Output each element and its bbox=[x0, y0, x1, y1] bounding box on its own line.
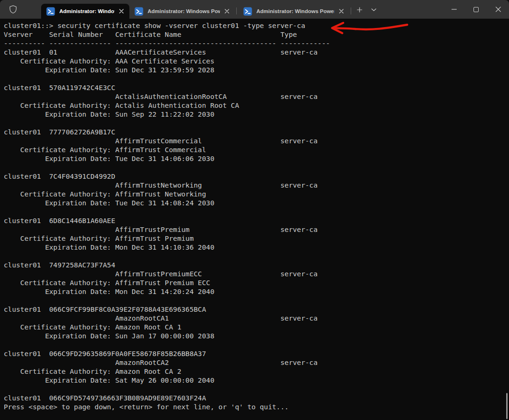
terminal-line: Expiration Date: Sun Jan 17 00:00:00 203… bbox=[4, 331, 509, 340]
window-controls bbox=[443, 0, 509, 19]
powershell-icon bbox=[46, 7, 55, 16]
tab-close-icon[interactable] bbox=[337, 7, 346, 15]
terminal-viewport[interactable]: cluster01::> security certificate show -… bbox=[0, 19, 509, 420]
terminal-line: Expiration Date: Mon Dec 31 14:10:36 204… bbox=[4, 243, 509, 252]
tab-powershell-3[interactable]: Administrator: Windows PowerShell bbox=[238, 4, 349, 19]
terminal-line: ActalisAuthenticationRootCA server-ca bbox=[4, 92, 509, 101]
terminal-line: AffirmTrustNetworking server-ca bbox=[4, 181, 509, 189]
terminal-line bbox=[4, 385, 509, 393]
titlebar[interactable]: Administrator: Windows PowerShell Admini… bbox=[0, 0, 509, 19]
terminal-line bbox=[4, 119, 509, 127]
terminal-line: Expiration Date: Mon Dec 31 14:20:24 204… bbox=[4, 287, 509, 296]
terminal-line: cluster01 01 AAACertificateServices serv… bbox=[4, 48, 509, 56]
tab-title: Administrator: Windows PowerShell bbox=[256, 8, 334, 14]
terminal-line: cluster01 7777062726A9B17C bbox=[4, 127, 509, 136]
chevron-down-icon bbox=[371, 8, 376, 11]
terminal-line: cluster01::> security certificate show -… bbox=[4, 21, 509, 30]
terminal-line: AmazonRootCA1 server-ca bbox=[4, 314, 509, 322]
plus-icon bbox=[357, 7, 362, 13]
terminal-line: Certificate Authority: AffirmTrust Premi… bbox=[4, 234, 509, 243]
tab-close-icon[interactable] bbox=[117, 7, 126, 15]
terminal-line bbox=[4, 74, 509, 83]
terminal-line: ---------- --------------- -------------… bbox=[4, 39, 509, 48]
powershell-icon bbox=[243, 7, 252, 16]
terminal-line: cluster01 066C9FCF99BF8C0A39E2F0788A43E6… bbox=[4, 305, 509, 314]
admin-shield-area bbox=[0, 0, 41, 19]
terminal-line bbox=[4, 296, 509, 305]
tab-title: Administrator: Windows PowerShell bbox=[148, 8, 220, 14]
maximize-icon bbox=[474, 7, 479, 12]
terminal-line: Expiration Date: Tue Dec 31 14:08:24 203… bbox=[4, 198, 509, 207]
close-window-button[interactable] bbox=[487, 0, 509, 19]
scrollbar-thumb[interactable] bbox=[506, 393, 508, 419]
new-tab-button[interactable] bbox=[353, 3, 367, 16]
terminal-lines: cluster01::> security certificate show -… bbox=[0, 19, 509, 411]
terminal-line: cluster01 570A119742C4E3CC bbox=[4, 83, 509, 92]
terminal-line: Certificate Authority: Actalis Authentic… bbox=[4, 101, 509, 110]
tab-close-icon[interactable] bbox=[223, 7, 231, 15]
terminal-line: cluster01 6D8C1446B1A60AEE bbox=[4, 216, 509, 225]
terminal-line: Expiration Date: Sun Dec 31 23:59:59 202… bbox=[4, 65, 509, 74]
tab-divider bbox=[351, 7, 351, 14]
terminal-line bbox=[4, 207, 509, 216]
terminal-line bbox=[4, 252, 509, 260]
tab-powershell-1[interactable]: Administrator: Windows PowerShell bbox=[41, 4, 129, 19]
terminal-line: AffirmTrustPremiumECC server-ca bbox=[4, 269, 509, 278]
terminal-line: Expiration Date: Sat May 26 00:00:00 204… bbox=[4, 376, 509, 385]
terminal-line: Press <space> to page down, <return> for… bbox=[4, 402, 509, 411]
powershell-icon bbox=[134, 7, 143, 16]
terminal-line: cluster01 066C9FD5749736663F3B0B9AD9E89E… bbox=[4, 393, 509, 402]
terminal-line: Expiration Date: Tue Dec 31 14:06:06 203… bbox=[4, 154, 509, 163]
terminal-line: cluster01 066C9FD29635869F0A0FE58678F85B… bbox=[4, 349, 509, 358]
minimize-icon bbox=[452, 9, 457, 10]
terminal-line: AmazonRootCA2 server-ca bbox=[4, 358, 509, 367]
admin-shield-icon bbox=[8, 4, 18, 14]
terminal-line: Expiration Date: Sun Sep 22 11:22:02 203… bbox=[4, 110, 509, 119]
tab-divider bbox=[236, 7, 237, 14]
terminal-line: Vserver Serial Number Certificate Name T… bbox=[4, 30, 509, 39]
close-icon bbox=[495, 7, 501, 12]
terminal-line: AffirmTrustCommercial server-ca bbox=[4, 136, 509, 145]
terminal-line: cluster01 7C4F04391CD4992D bbox=[4, 172, 509, 181]
terminal-line: Certificate Authority: AAA Certificate S… bbox=[4, 56, 509, 65]
tab-dropdown-button[interactable] bbox=[367, 3, 381, 16]
maximize-button[interactable] bbox=[465, 0, 487, 19]
tab-powershell-2[interactable]: Administrator: Windows PowerShell bbox=[129, 4, 235, 19]
terminal-line: AffirmTrustPremium server-ca bbox=[4, 225, 509, 234]
terminal-line bbox=[4, 163, 509, 172]
terminal-line: Certificate Authority: AffirmTrust Premi… bbox=[4, 278, 509, 287]
terminal-line: Certificate Authority: Amazon Root CA 1 bbox=[4, 322, 509, 331]
minimize-button[interactable] bbox=[443, 0, 465, 19]
terminal-line: cluster01 7497258AC73F7A54 bbox=[4, 260, 509, 269]
terminal-line bbox=[4, 340, 509, 349]
terminal-line: Certificate Authority: AffirmTrust Comme… bbox=[4, 145, 509, 154]
terminal-line: Certificate Authority: Amazon Root CA 2 bbox=[4, 367, 509, 376]
tab-title: Administrator: Windows PowerShell bbox=[59, 8, 114, 14]
terminal-line: Certificate Authority: AffirmTrust Netwo… bbox=[4, 189, 509, 198]
